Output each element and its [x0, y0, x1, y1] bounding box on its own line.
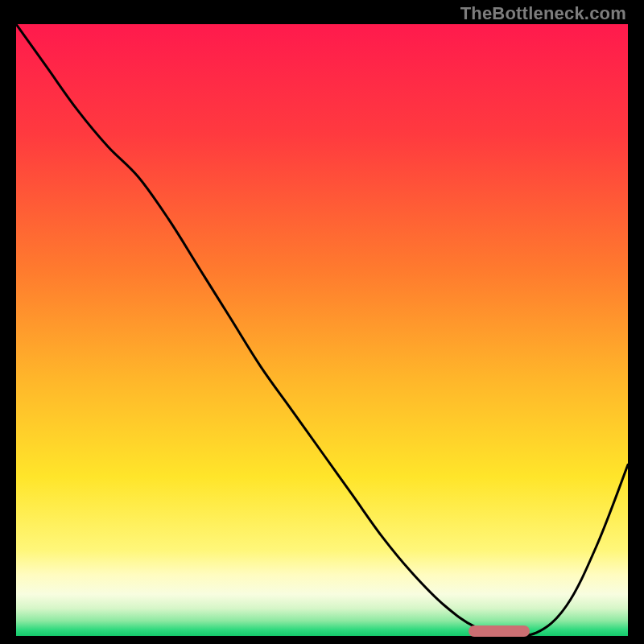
watermark-text: TheBottleneck.com	[460, 3, 626, 24]
background-gradient	[16, 24, 628, 636]
svg-rect-0	[16, 24, 628, 636]
chart-area	[16, 24, 628, 636]
optimal-range-marker	[469, 625, 530, 637]
